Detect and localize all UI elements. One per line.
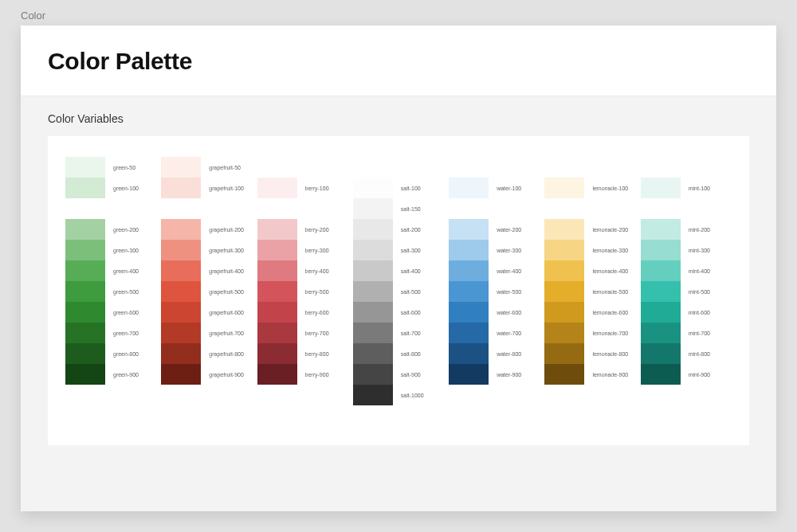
swatch-salt-400[interactable]	[353, 260, 393, 281]
swatch-berry-200[interactable]	[257, 219, 297, 240]
swatch-label: water-900	[489, 372, 521, 377]
swatch-water-200[interactable]	[449, 219, 489, 240]
swatch-green-800[interactable]	[65, 343, 105, 364]
swatch-grapefruit-300[interactable]	[161, 240, 201, 260]
swatch-label: lemonade-300	[584, 248, 628, 253]
swatch-green-600[interactable]	[65, 302, 105, 323]
swatch-label: mint-700	[681, 331, 710, 336]
swatch-row: grapefruit-200	[161, 219, 252, 240]
swatch-salt-700[interactable]	[353, 323, 393, 343]
swatch-grapefruit-900[interactable]	[161, 364, 201, 385]
swatch-label: green-100	[105, 186, 139, 191]
swatch-row: green-500	[65, 281, 156, 302]
swatch-salt-100[interactable]	[353, 178, 393, 198]
swatch-berry-100[interactable]	[257, 178, 297, 198]
swatch-green-900[interactable]	[65, 364, 105, 385]
swatch-row: water-100	[449, 178, 540, 198]
swatch-mint-800[interactable]	[641, 343, 681, 364]
swatch-lemonade-500[interactable]	[544, 281, 584, 302]
swatch-green-400[interactable]	[65, 260, 105, 281]
swatch-row: berry-300	[257, 240, 348, 260]
swatch-lemonade-400[interactable]	[544, 260, 584, 281]
swatch-row: berry-200	[257, 219, 348, 240]
swatch-water-600[interactable]	[449, 302, 489, 323]
swatch-water-500[interactable]	[449, 281, 489, 302]
swatch-row: water-300	[449, 240, 540, 260]
swatch-lemonade-300[interactable]	[544, 240, 584, 260]
swatch-water-700[interactable]	[449, 323, 489, 343]
swatch-mint-200[interactable]	[641, 219, 681, 240]
swatch-row: water-700	[449, 323, 540, 343]
swatch-label: lemonade-900	[584, 372, 628, 377]
swatch-label: berry-100	[297, 186, 329, 191]
swatch-mint-300[interactable]	[641, 240, 681, 260]
swatch-lemonade-200[interactable]	[544, 219, 584, 240]
swatch-label: grapefruit-500	[201, 289, 244, 295]
swatch-green-200[interactable]	[65, 219, 105, 240]
swatch-grapefruit-400[interactable]	[161, 260, 201, 281]
swatch-green-300[interactable]	[65, 240, 105, 260]
swatch-salt-600[interactable]	[353, 302, 393, 323]
swatch-label: water-500	[489, 289, 521, 295]
swatch-salt-150[interactable]	[353, 198, 393, 219]
swatch-label: salt-500	[393, 289, 421, 295]
breadcrumb[interactable]: Color	[21, 10, 45, 22]
swatch-row	[544, 157, 635, 178]
swatch-mint-600[interactable]	[641, 302, 681, 323]
swatch-salt-200[interactable]	[353, 219, 393, 240]
swatch-mint-900[interactable]	[641, 364, 681, 385]
swatch-label: water-800	[489, 351, 521, 357]
swatch-grapefruit-500[interactable]	[161, 281, 201, 302]
swatch-berry-400[interactable]	[257, 260, 297, 281]
swatch-row: salt-150	[353, 198, 444, 219]
swatch-label: mint-600	[681, 310, 710, 315]
swatch-lemonade-800[interactable]	[544, 343, 584, 364]
swatch-salt-500[interactable]	[353, 281, 393, 302]
swatch-water-100[interactable]	[449, 178, 489, 198]
swatch-berry-900[interactable]	[257, 364, 297, 385]
swatch-water-800[interactable]	[449, 343, 489, 364]
swatch-green-50[interactable]	[65, 157, 105, 178]
swatch-label: green-200	[105, 227, 139, 233]
swatch-salt-900[interactable]	[353, 364, 393, 385]
swatch-green-100[interactable]	[65, 178, 105, 198]
swatch-lemonade-700[interactable]	[544, 323, 584, 343]
swatch-mint-700[interactable]	[641, 323, 681, 343]
swatch-berry-500[interactable]	[257, 281, 297, 302]
swatch-row: lemonade-900	[544, 364, 635, 385]
swatch-berry-700[interactable]	[257, 323, 297, 343]
swatch-lemonade-900[interactable]	[544, 364, 584, 385]
swatch-berry-800[interactable]	[257, 343, 297, 364]
swatch-water-300[interactable]	[449, 240, 489, 260]
family-water: water-100water-200water-300water-400wate…	[449, 157, 540, 405]
swatch-water-900[interactable]	[449, 364, 489, 385]
swatch-salt-800[interactable]	[353, 343, 393, 364]
swatch-row: salt-200	[353, 219, 444, 240]
swatch-label: lemonade-700	[584, 331, 628, 336]
swatch-mint-500[interactable]	[641, 281, 681, 302]
swatch-row: mint-600	[641, 302, 732, 323]
swatch-label: mint-300	[681, 248, 710, 253]
swatch-grapefruit-600[interactable]	[161, 302, 201, 323]
swatch-grapefruit-700[interactable]	[161, 323, 201, 343]
swatch-lemonade-100[interactable]	[544, 178, 584, 198]
swatch-grapefruit-800[interactable]	[161, 343, 201, 364]
swatch-berry-300[interactable]	[257, 240, 297, 260]
swatch-label: grapefruit-400	[201, 268, 244, 274]
swatch-row: grapefruit-800	[161, 343, 252, 364]
swatch-salt-300[interactable]	[353, 240, 393, 260]
swatch-row	[353, 157, 444, 178]
swatch-water-400[interactable]	[449, 260, 489, 281]
swatch-mint-100[interactable]	[641, 178, 681, 198]
swatch-grapefruit-200[interactable]	[161, 219, 201, 240]
swatch-green-700[interactable]	[65, 323, 105, 343]
swatch-row: berry-400	[257, 260, 348, 281]
swatch-green-500[interactable]	[65, 281, 105, 302]
swatch-mint-400[interactable]	[641, 260, 681, 281]
swatch-grapefruit-50[interactable]	[161, 157, 201, 178]
swatch-row: lemonade-700	[544, 323, 635, 343]
swatch-salt-1000[interactable]	[353, 385, 393, 405]
swatch-lemonade-600[interactable]	[544, 302, 584, 323]
swatch-grapefruit-100[interactable]	[161, 178, 201, 198]
swatch-berry-600[interactable]	[257, 302, 297, 323]
